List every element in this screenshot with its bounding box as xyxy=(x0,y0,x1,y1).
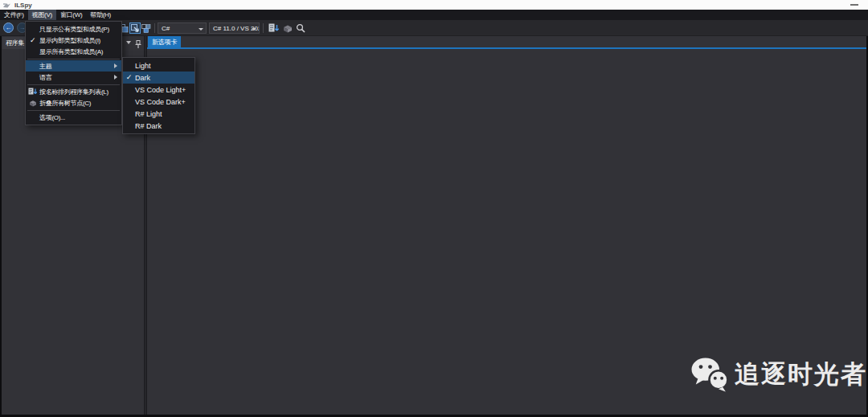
menu-item-label: Light xyxy=(135,62,151,70)
collapse-tree-button[interactable] xyxy=(282,22,293,34)
toolbar-separator xyxy=(263,23,264,33)
view-menu-dropdown: 只显示公有类型和成员(P) ✓ 显示内部类型和成员(I) 显示所有类型和成员(A… xyxy=(25,21,122,125)
submenu-item-light[interactable]: Light xyxy=(123,59,194,72)
menu-window[interactable]: 窗口(W) xyxy=(56,10,86,20)
menu-item-sort-assemblies[interactable]: 按名称排列程序集列表(L) xyxy=(26,86,121,97)
window-title: ILSpy xyxy=(14,2,32,9)
submenu-item-rsharp-dark[interactable]: R# Dark xyxy=(123,120,194,132)
compiler-version-select[interactable]: C# 11.0 / VS 202 xyxy=(209,22,260,34)
watermark-text: 追逐时光者 xyxy=(735,358,867,391)
menu-item-options[interactable]: 选项(O)... xyxy=(26,112,121,123)
panel-pin-button[interactable] xyxy=(134,38,142,47)
title-bar: ILSpy xyxy=(0,0,868,10)
menu-view[interactable]: 视图(V) xyxy=(28,10,56,20)
menu-separator xyxy=(27,84,120,85)
filter-internal-button[interactable] xyxy=(129,22,141,34)
icon-slot: ✓ xyxy=(123,74,135,81)
icon-slot xyxy=(26,100,39,107)
collapse-nodes-icon xyxy=(283,24,293,33)
watermark: 追逐时光者 xyxy=(691,357,867,392)
chevron-down-icon xyxy=(199,28,203,31)
wechat-icon xyxy=(691,357,728,392)
tab-strip-underline xyxy=(147,47,866,49)
check-icon: ✓ xyxy=(30,37,35,44)
submenu-arrow-icon xyxy=(114,75,117,80)
assemblies-panel-label[interactable]: 程序集 xyxy=(2,37,27,49)
pin-icon xyxy=(134,40,142,49)
menu-item-label: 主题 xyxy=(39,62,51,71)
menu-item-label: VS Code Dark+ xyxy=(135,98,186,106)
submenu-arrow-icon xyxy=(114,63,117,68)
icon-slot: ✓ xyxy=(26,37,39,44)
menu-item-language[interactable]: 语言 xyxy=(26,72,121,83)
menu-help[interactable]: 帮助(H) xyxy=(86,10,115,20)
menu-bar: 文件(F) 视图(V) 窗口(W) 帮助(H) xyxy=(0,10,868,20)
menu-separator xyxy=(27,59,120,59)
app-logo-icon xyxy=(2,2,11,9)
menu-item-label: 折叠所有树节点(C) xyxy=(39,99,91,108)
check-icon: ✓ xyxy=(126,74,133,81)
menu-item-show-all[interactable]: 显示所有类型和成员(A) xyxy=(26,46,121,57)
menu-item-label: 选项(O)... xyxy=(39,113,65,122)
menu-item-label: R# Light xyxy=(135,110,162,118)
language-select[interactable]: C# xyxy=(158,22,207,34)
menu-item-label: 只显示公有类型和成员(P) xyxy=(39,25,109,34)
window-edge xyxy=(0,36,2,417)
menu-item-label: R# Dark xyxy=(135,122,162,130)
arrow-left-icon: ← xyxy=(6,25,12,31)
ilspy-window: ILSpy 文件(F) 视图(V) 窗口(W) 帮助(H) ← → xyxy=(0,0,868,417)
square-arrow-icon xyxy=(131,24,140,33)
menu-item-label: 语言 xyxy=(39,73,51,82)
sort-assemblies-button[interactable] xyxy=(268,22,279,34)
menu-item-theme[interactable]: 主题 xyxy=(26,60,121,72)
menu-item-label: 显示所有类型和成员(A) xyxy=(39,47,103,56)
filter-all-button[interactable] xyxy=(141,22,152,34)
submenu-item-rsharp-light[interactable]: R# Light xyxy=(123,108,194,120)
collapse-nodes-icon xyxy=(29,100,37,107)
theme-submenu: Light ✓ Dark VS Code Light+ VS Code Dark… xyxy=(122,57,195,134)
tab-new-tab[interactable]: 新选项卡 xyxy=(148,36,181,47)
submenu-item-dark[interactable]: ✓ Dark xyxy=(123,72,194,84)
toolbar: ← → C# xyxy=(0,20,868,36)
submenu-item-vscode-dark[interactable]: VS Code Dark+ xyxy=(123,96,194,108)
panel-menu-button chevron-down-icon[interactable] xyxy=(126,41,131,44)
sort-by-name-icon xyxy=(28,88,37,96)
chevron-down-icon xyxy=(252,28,256,31)
sort-by-name-icon xyxy=(268,23,279,33)
menu-item-label: Dark xyxy=(135,74,150,82)
menu-item-show-public-only[interactable]: 只显示公有类型和成员(P) xyxy=(26,23,121,35)
menu-item-label: VS Code Light+ xyxy=(135,86,186,94)
menu-item-collapse-nodes[interactable]: 折叠所有树节点(C) xyxy=(26,97,121,108)
menu-file[interactable]: 文件(F) xyxy=(0,10,28,20)
squares-grid-icon xyxy=(141,24,151,33)
minimize-button[interactable] xyxy=(850,4,858,6)
nav-back-button[interactable]: ← xyxy=(3,22,14,33)
icon-slot xyxy=(26,88,39,96)
submenu-item-vscode-light[interactable]: VS Code Light+ xyxy=(123,84,194,96)
menu-separator xyxy=(27,110,120,111)
menu-item-label: 显示内部类型和成员(I) xyxy=(39,36,100,45)
toolbar-separator xyxy=(154,23,155,33)
menu-item-show-internal[interactable]: ✓ 显示内部类型和成员(I) xyxy=(26,35,121,46)
language-select-value: C# xyxy=(162,25,170,32)
search-button[interactable] xyxy=(295,22,306,34)
menu-item-label: 按名称排列程序集列表(L) xyxy=(39,88,108,96)
search-icon xyxy=(296,23,305,33)
